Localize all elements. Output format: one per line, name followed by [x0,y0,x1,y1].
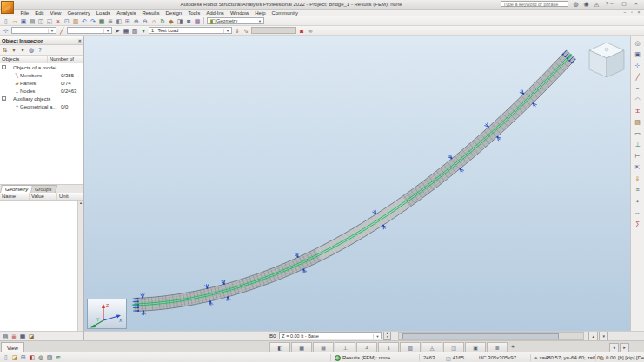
display-selection-icon[interactable]: ◎ [633,38,643,49]
screen-capture-icon[interactable]: ◱ [46,17,54,25]
property-grid[interactable]: ▲ [0,201,83,331]
render-icon[interactable]: ◙ [185,17,193,25]
undo-icon[interactable]: ↶ [81,17,89,25]
viewport-3d[interactable]: Z X Y [84,36,630,331]
tree-expander-icon[interactable]: – [2,96,6,101]
insp-delete-icon[interactable]: ▾ [19,46,27,54]
story-selector[interactable]: Z = 0.00 ft - Base ▼ [279,332,382,339]
display-attributes-icon[interactable]: ◨ [176,17,184,25]
tree-item-auxiliary-objects[interactable]: –Auxiliary objects [0,95,83,102]
zoom-window-icon[interactable]: ⊞ [124,17,132,25]
insp-notes-icon[interactable]: ≣ [10,332,18,340]
arc-icon[interactable]: ◠ [633,95,643,105]
app-icon[interactable] [1,1,14,14]
cut-icon[interactable]: × [55,17,63,25]
sections-icon[interactable]: Ɪ [633,106,643,116]
insp-properties-icon[interactable]: ▤ [2,332,10,340]
insp-help-icon[interactable]: ? [37,46,44,54]
nodes-icon[interactable]: ⊹ [633,61,643,71]
story-up-button[interactable]: ▴ [588,332,598,341]
tab-groups[interactable]: Groups [30,185,57,193]
menu-view[interactable]: View [47,10,64,16]
story-down-button[interactable]: ▾ [599,332,608,341]
scroll-up-icon[interactable]: ▲ [78,201,83,206]
menu-edit[interactable]: Edit [32,10,47,16]
spin-down-icon[interactable]: ▼ [384,336,390,339]
axes-icon[interactable]: ⌖ [633,196,643,207]
status-objects-icon[interactable]: ◧ [29,353,37,361]
mdi-close-button[interactable]: × [635,9,642,16]
mdi-minimize-button[interactable]: – [621,9,628,16]
tree-expander-icon[interactable]: – [2,65,6,69]
loads-icon[interactable]: ⇓ [633,174,643,184]
add-worksheet-button[interactable]: + [508,343,517,352]
initial-view-icon[interactable]: ⌂ [150,17,158,25]
insp-search-icon[interactable]: ◍ [28,46,36,54]
load-table-icon[interactable]: ⇓ [234,27,242,35]
status-render-icon[interactable]: ◍ [37,353,45,361]
link-icon[interactable]: ∞ [307,27,315,35]
menu-loads[interactable]: Loads [93,10,113,16]
menu-addins[interactable]: Add-Ins [203,10,228,16]
insp-table-icon[interactable]: ▦ [19,332,27,340]
restore-button[interactable]: ▢ [618,0,630,8]
tree-item-panels[interactable]: ▰Panels0/74 [0,79,83,87]
object-inspector-icon[interactable]: ▩ [194,17,202,25]
tree-item-members[interactable]: ╲Members0/385 [0,71,83,79]
dimensions-icon[interactable]: ↔ [633,207,643,218]
horizontal-scrollbar[interactable] [398,332,584,340]
insp-sort-icon[interactable]: ⇅ [2,46,10,54]
lock-icon[interactable]: ◧ [116,17,123,25]
bars-icon[interactable]: ╱ [633,72,643,82]
new-project-icon[interactable]: ▯ [3,17,10,25]
dynamic-view-icon[interactable]: ◆ [168,17,176,25]
select-nodes-icon[interactable]: ⊹ [3,27,10,35]
status-attributes-icon[interactable]: ▨ [46,353,54,361]
tree-item-nodes[interactable]: ∴Nodes0/2463 [0,87,83,95]
select-bars-icon[interactable]: ╱ [58,27,66,35]
status-layers-icon[interactable]: ≋ [55,353,63,361]
close-icon[interactable]: ✕ [78,38,82,43]
close-button[interactable]: × [630,0,642,8]
materials-icon[interactable]: ▨ [633,117,643,128]
paste-icon[interactable]: ▥ [72,17,80,25]
calculations-icon[interactable]: ∑ [633,219,643,229]
redo-icon[interactable]: ↷ [90,17,97,25]
releases-icon[interactable]: ⊢ [633,151,643,161]
account-icon[interactable]: ◉ [582,0,591,8]
notifications-icon[interactable]: ◬ [593,0,601,8]
move-load-icon[interactable]: ⇘ [242,27,250,35]
search-icon[interactable]: ◍ [572,0,581,8]
story-spinner[interactable]: ▲ ▼ [383,332,391,340]
layout-manager-icon[interactable]: ≣ [107,17,115,25]
pointer-icon[interactable]: ➤ [114,27,122,35]
search-input[interactable] [503,2,566,7]
scrollbar-thumb[interactable] [402,333,559,339]
tree-item-geometrical-a-[interactable]: ⌖Geometrical a...0/0 [0,102,83,110]
no-snap-icon[interactable]: ◙ [298,27,306,35]
bridge-model[interactable] [84,36,630,331]
status-results[interactable]: Results (FEM): none [330,354,390,361]
load-case-icon[interactable]: ▼ [140,27,148,35]
table-nodes-icon[interactable]: ▦ [123,27,130,35]
zoom-in-icon[interactable]: ⊕ [133,17,141,25]
table-bars-icon[interactable]: ▥ [131,27,139,35]
object-inspector-header[interactable]: Object Inspector ✕ [0,36,83,45]
load-case-combo[interactable]: 1 : Test Load ▼ [149,27,232,34]
menu-analysis[interactable]: Analysis [114,10,139,16]
tree-item-objects-of-a-model[interactable]: –Objects of a model [0,63,83,71]
copy-icon[interactable]: ⊡ [63,17,71,25]
save-icon[interactable]: ▣ [20,17,28,25]
menu-results[interactable]: Results [139,10,163,16]
open-project-icon[interactable]: ▱ [11,17,19,25]
tab-geometry[interactable]: Geometry [0,185,33,193]
menu-file[interactable]: File [17,10,32,16]
status-grid-icon[interactable]: ⊞ [20,353,28,361]
search-box[interactable] [501,1,568,7]
status-display-icon[interactable]: ◪ [11,353,19,361]
tables-icon[interactable]: ▦ [98,17,106,25]
menu-geometry[interactable]: Geometry [64,10,93,16]
rotate-3d-icon[interactable]: ↻ [159,17,167,25]
view-manager-icon[interactable]: ▣ [633,49,643,60]
polyline-icon[interactable]: ⌁ [633,83,643,94]
